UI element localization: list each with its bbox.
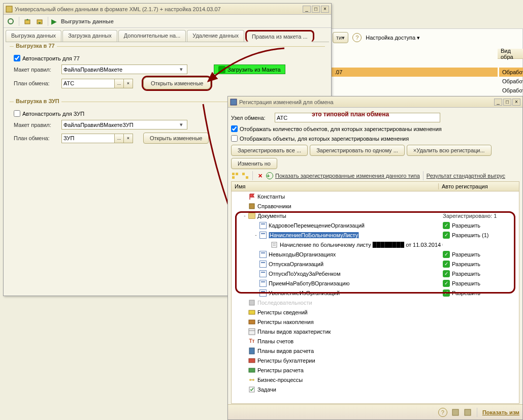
tree-row[interactable]: УвольнениеИзОрганизаций✓Разрешить: [232, 288, 519, 298]
tree-icon-2[interactable]: [241, 172, 249, 180]
tree-row[interactable]: Последовательности: [232, 298, 519, 307]
tree-row[interactable]: Бизнес-процессы: [232, 375, 519, 384]
bg-menu-btn[interactable]: ти ▾: [333, 32, 348, 43]
check-icon: ✓: [443, 232, 450, 239]
svg-rect-15: [249, 310, 255, 314]
tree-header: Имя Авто регистрация: [231, 181, 519, 191]
tree-row[interactable]: Константы: [232, 191, 519, 201]
chk-auto-77[interactable]: [14, 55, 20, 61]
show-registered-link[interactable]: Показать зарегистрированные изменения да…: [275, 173, 420, 179]
tree-row[interactable]: Начисление по больничному листу ████████…: [232, 240, 519, 249]
tree-row[interactable]: НевыходыВОрганизациях✓Разрешить: [232, 249, 519, 259]
delete-icon[interactable]: ✕: [256, 172, 264, 180]
tab-import[interactable]: Загрузка данных: [62, 30, 117, 42]
tb-refresh-icon[interactable]: [6, 16, 16, 26]
footer-2: ? Показать изм: [228, 404, 522, 419]
tree-row[interactable]: Планы видов расчета: [232, 346, 519, 356]
tree-row[interactable]: ПриемНаРаботуВОрганизацию✓Разрешить: [232, 278, 519, 288]
plan-icon: [248, 328, 256, 335]
bg-access[interactable]: Настройка доступа ▾: [366, 35, 420, 41]
plan-input-zup[interactable]: ЗУП: [61, 134, 115, 143]
svg-rect-11: [272, 242, 277, 247]
tb-export-icon[interactable]: [22, 16, 32, 26]
legend-zup: Выгрузка в ЗУП: [14, 98, 61, 104]
chk-show-objects-label: Отображать объекты, для которых зарегист…: [240, 136, 409, 142]
plan-label-77: План обмена:: [14, 80, 58, 86]
chk-auto-zup-label: Автонастроить для ЗУП: [22, 111, 84, 117]
tree-row[interactable]: Регистры сведений: [232, 307, 519, 317]
chk-auto-zup[interactable]: [14, 110, 20, 117]
rules-select-zup[interactable]: ФайлаПравилВМакетеЗУП ▾: [61, 120, 187, 130]
tree-row[interactable]: ОтпускПоУходуЗаРебенком✓Разрешить: [232, 269, 519, 278]
tree-row[interactable]: Планы видов характеристик: [232, 327, 519, 336]
plan-select-btn-zup[interactable]: ...: [115, 134, 124, 143]
load-from-layout-button[interactable]: Загрузить из Макета: [214, 64, 285, 74]
tab-export[interactable]: Выгрузка данных: [6, 30, 61, 42]
tree-body[interactable]: КонстантыСправочники-ДокументыЗарегистри…: [231, 191, 519, 404]
doc-icon: [259, 261, 267, 268]
book-icon: [248, 203, 256, 210]
open-changes-77-button[interactable]: Открыть измененые: [143, 77, 211, 89]
tree-row[interactable]: TтПланы счетов: [232, 336, 519, 346]
plan-clear-btn[interactable]: ×: [124, 79, 133, 88]
tree-row[interactable]: -НачислениеПоБольничномуЛисту✓Разрешить …: [232, 230, 519, 240]
plan-clear-btn-zup[interactable]: ×: [124, 134, 133, 143]
svg-rect-2: [25, 20, 30, 24]
rules-select-77[interactable]: ФайлаПравилВМакете ▾: [61, 64, 187, 74]
register-one-button[interactable]: Зарегистрировать по одному ...: [310, 145, 405, 156]
bg-kind-1: Обработк: [499, 68, 523, 77]
window-title-1: Универсальный обмен данными в формате XM…: [15, 6, 303, 12]
tree-row[interactable]: Задачи: [232, 384, 519, 394]
svg-point-23: [252, 379, 254, 381]
help-icon[interactable]: ?: [352, 33, 362, 42]
folder-icon: [248, 213, 256, 219]
tb-import-icon[interactable]: [35, 16, 45, 26]
plan-select-btn[interactable]: ...: [115, 79, 124, 88]
maximize-button[interactable]: □: [312, 6, 320, 13]
regc-icon: [248, 367, 256, 374]
chk-show-objects[interactable]: [231, 135, 238, 142]
app-icon: [6, 6, 13, 13]
footer-icon-1[interactable]: [451, 408, 460, 416]
play-icon[interactable]: ▶: [51, 17, 57, 25]
delete-registration-button[interactable]: × Удалить всю регистраци...: [407, 145, 492, 156]
tree-row[interactable]: КадровоеПеремещениеОрганизаций✓Разрешить: [232, 220, 519, 230]
check-icon: ✓: [443, 251, 450, 258]
tree-icon-1[interactable]: [231, 172, 239, 180]
svg-rect-19: [249, 348, 254, 354]
tree-row[interactable]: -ДокументыЗарегистрировано: 1: [232, 211, 519, 220]
check-icon: ✓: [443, 280, 450, 287]
help-icon-2[interactable]: ?: [438, 408, 447, 417]
tree-row[interactable]: ОтпускаОрганизаций✓Разрешить: [232, 259, 519, 269]
toolbar-1: ▶ Выгрузить данные: [4, 15, 331, 28]
export-command[interactable]: Выгрузить данные: [61, 18, 114, 24]
plan-input-77[interactable]: АТС: [61, 79, 115, 88]
bg-row-selected[interactable]: .07: [332, 68, 498, 77]
dropdown-icon: ▾: [177, 66, 185, 73]
footer-icon-2[interactable]: [464, 408, 472, 416]
tree-row[interactable]: Регистры накопления: [232, 317, 519, 327]
add-icon[interactable]: +: [266, 172, 273, 179]
minimize-button-2[interactable]: _: [494, 99, 502, 106]
maximize-button-2[interactable]: □: [503, 99, 511, 106]
tab-additional[interactable]: Дополнительные на...: [118, 30, 186, 42]
doc-icon: [259, 251, 267, 258]
legend-77: Выгрузка в 77: [14, 43, 57, 49]
tree-row[interactable]: Справочники: [232, 201, 519, 211]
tab-rules-from-layout[interactable]: Правила из макета ...: [245, 30, 314, 42]
minimize-button[interactable]: _: [303, 6, 311, 13]
docline-icon: [270, 241, 278, 248]
footer-show-changes-link[interactable]: Показать изм: [482, 409, 519, 415]
close-button-2[interactable]: ×: [512, 99, 520, 106]
close-button[interactable]: ×: [321, 6, 329, 13]
change-button[interactable]: Изменить но: [231, 158, 277, 169]
svg-rect-16: [249, 320, 255, 324]
chk-show-count[interactable]: [231, 125, 238, 132]
open-changes-zup-button[interactable]: Открыть измененые: [143, 133, 209, 144]
result-link[interactable]: Результат стандартной выгрус: [427, 173, 505, 179]
tree-row[interactable]: Регистры расчета: [232, 365, 519, 375]
tree-row[interactable]: Регистры бухгалтерии: [232, 356, 519, 365]
register-all-button[interactable]: Зарегистрировать все ...: [231, 145, 308, 156]
tab-delete[interactable]: Удаление данных: [187, 30, 244, 42]
doc-icon: [259, 280, 267, 287]
